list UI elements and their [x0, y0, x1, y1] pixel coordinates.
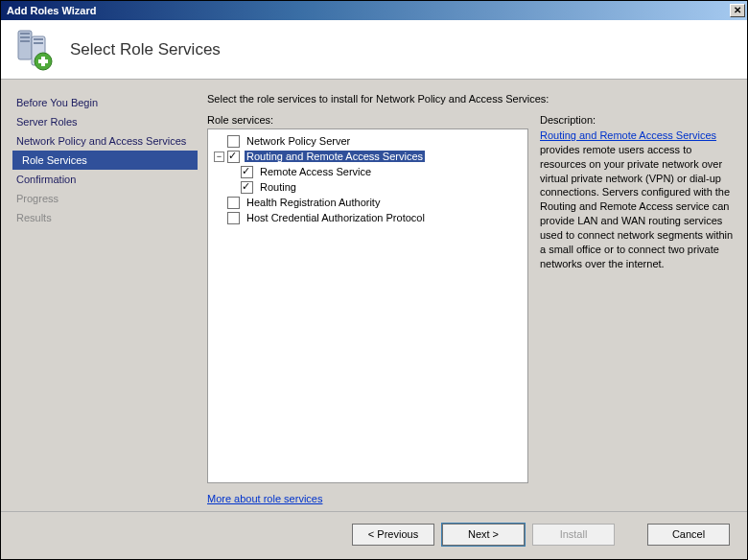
sidebar-item-server-roles[interactable]: Server Roles — [14, 112, 198, 131]
sidebar-item-npas[interactable]: Network Policy and Access Services — [14, 131, 198, 151]
sidebar-item-results: Results — [14, 208, 198, 227]
tree-item-ras[interactable]: Remote Access Service — [210, 164, 526, 179]
sidebar-item-before-you-begin[interactable]: Before You Begin — [14, 93, 198, 112]
cancel-button[interactable]: Cancel — [647, 524, 730, 546]
svg-rect-5 — [34, 38, 43, 40]
description-label: Description: — [540, 114, 734, 126]
role-services-tree[interactable]: Network Policy Server − Routing and Remo… — [207, 128, 528, 483]
description-title-link[interactable]: Routing and Remote Access Services — [540, 129, 716, 141]
wizard-footer: < Previous Next > Install Cancel — [1, 511, 747, 559]
window-title: Add Roles Wizard — [7, 5, 96, 16]
role-services-label: Role services: — [207, 114, 528, 126]
install-button: Install — [532, 524, 615, 546]
svg-rect-1 — [20, 33, 30, 35]
wizard-body: Before You Begin Server Roles Network Po… — [1, 80, 747, 511]
titlebar: Add Roles Wizard ✕ — [1, 1, 747, 20]
wizard-window: Add Roles Wizard ✕ Select Role Services … — [0, 0, 748, 560]
description-text: provides remote users access to resource… — [540, 144, 733, 269]
page-title: Select Role Services — [70, 40, 221, 59]
svg-rect-9 — [38, 59, 48, 63]
wizard-main: Select the role services to install for … — [198, 80, 747, 511]
server-icon — [14, 29, 53, 71]
checkbox-hcap[interactable] — [227, 212, 240, 224]
tree-item-nps[interactable]: Network Policy Server — [210, 133, 526, 149]
previous-button[interactable]: < Previous — [352, 524, 434, 546]
tree-label-rras: Routing and Remote Access Services — [245, 151, 425, 162]
checkbox-hra[interactable] — [227, 197, 240, 209]
sidebar-item-progress: Progress — [14, 189, 198, 208]
checkbox-rras[interactable] — [227, 151, 240, 163]
tree-label-nps: Network Policy Server — [245, 135, 352, 147]
close-button[interactable]: ✕ — [730, 4, 745, 17]
wizard-sidebar: Before You Begin Server Roles Network Po… — [1, 80, 198, 511]
svg-rect-3 — [20, 40, 30, 42]
sidebar-item-role-services[interactable]: Role Services — [12, 151, 198, 170]
svg-rect-2 — [20, 36, 30, 38]
sidebar-item-confirmation[interactable]: Confirmation — [14, 170, 198, 189]
tree-item-hra[interactable]: Health Registration Authority — [210, 195, 526, 210]
tree-label-hra: Health Registration Authority — [245, 197, 382, 208]
tree-item-rras[interactable]: − Routing and Remote Access Services — [210, 149, 526, 164]
tree-label-routing: Routing — [258, 181, 298, 193]
description-body: Routing and Remote Access Services provi… — [540, 128, 734, 270]
checkbox-routing[interactable] — [241, 181, 253, 194]
instruction-text: Select the role services to install for … — [207, 93, 734, 105]
svg-rect-6 — [34, 42, 43, 44]
checkbox-ras[interactable] — [241, 166, 253, 178]
next-button[interactable]: Next > — [442, 524, 525, 546]
collapse-icon[interactable]: − — [214, 152, 224, 162]
checkbox-nps[interactable] — [227, 135, 240, 148]
svg-rect-0 — [18, 31, 32, 59]
tree-item-hcap[interactable]: Host Credential Authorization Protocol — [210, 210, 526, 225]
more-about-link[interactable]: More about role services — [207, 483, 528, 506]
tree-item-routing[interactable]: Routing — [210, 179, 526, 195]
tree-label-ras: Remote Access Service — [258, 166, 373, 177]
tree-label-hcap: Host Credential Authorization Protocol — [245, 212, 427, 223]
wizard-header: Select Role Services — [1, 20, 747, 80]
